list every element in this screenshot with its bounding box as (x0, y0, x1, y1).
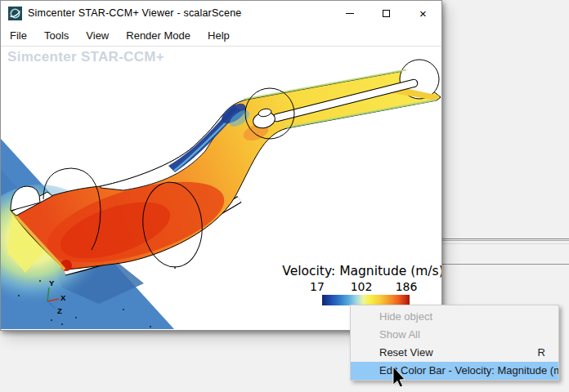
axis-label-x: X (60, 293, 66, 302)
menu-view[interactable]: View (83, 28, 111, 43)
legend-tick-mid: 102 (351, 280, 373, 293)
maximize-icon (383, 10, 390, 17)
context-menu-item-hide-object: Hide object (351, 308, 558, 326)
window-title: Simcenter STAR-CCM+ Viewer - scalarScene (28, 7, 241, 19)
menu-bar: File Tools View Render Mode Help (1, 25, 441, 47)
mouse-cursor (390, 366, 410, 389)
watermark: Simcenter STAR-CCM+ (7, 49, 164, 65)
shortcut-key: R (538, 344, 545, 362)
menu-render-mode[interactable]: Render Mode (123, 28, 193, 43)
menu-help[interactable]: Help (205, 28, 232, 43)
title-bar[interactable]: Simcenter STAR-CCM+ Viewer - scalarScene… (1, 1, 441, 25)
legend-tick-min: 17 (310, 280, 325, 293)
context-menu: Hide object Show All Reset View R Edit C… (350, 305, 559, 381)
minimize-icon (346, 13, 354, 14)
menu-file[interactable]: File (7, 28, 29, 43)
axis-label-y: Y (49, 278, 55, 287)
menu-tools[interactable]: Tools (42, 28, 71, 43)
star-ccm-viewer-window: Simcenter STAR-CCM+ Viewer - scalarScene… (0, 0, 442, 331)
scene-viewport[interactable]: Y X Z Simcenter STAR-CCM+ Velocity: Magn… (1, 47, 441, 329)
context-menu-item-reset-view[interactable]: Reset View R (351, 344, 558, 362)
cfd-scalar-scene[interactable]: Y X Z (1, 47, 441, 329)
maximize-button[interactable] (368, 1, 405, 25)
legend-title: Velocity: Magnitude (m/s) (282, 264, 441, 278)
duct-body (11, 70, 441, 278)
minimize-button[interactable] (331, 1, 368, 25)
axis-label-z: Z (57, 306, 62, 315)
close-icon: × (419, 7, 427, 20)
context-menu-item-show-all: Show All (351, 326, 558, 344)
app-logo-icon (8, 7, 22, 20)
legend-tick-max: 186 (396, 280, 418, 293)
context-menu-item-edit-color-bar[interactable]: Edit Color Bar - Velocity: Magnitude (m/… (351, 362, 558, 380)
close-button[interactable]: × (405, 1, 441, 25)
